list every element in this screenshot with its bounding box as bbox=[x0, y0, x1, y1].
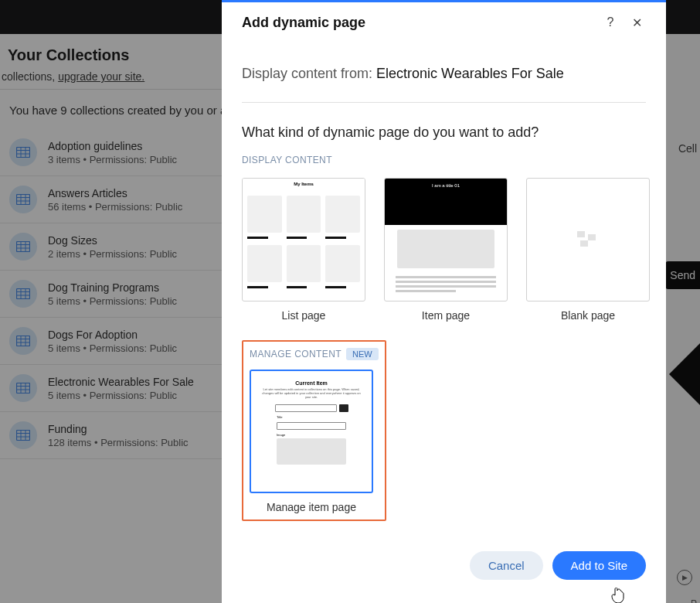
thumb-item-title: I am a title 01 bbox=[385, 179, 507, 225]
help-icon[interactable]: ? bbox=[601, 13, 620, 32]
item-page-thumbnail: I am a title 01 bbox=[384, 178, 508, 302]
thumb-manage-title-label: Title bbox=[277, 415, 346, 419]
template-manage-label: Manage item page bbox=[250, 501, 373, 513]
thumb-list-title: My Items bbox=[243, 179, 365, 192]
template-item-page[interactable]: I am a title 01 Item page bbox=[384, 178, 508, 322]
thumb-manage-image-label: Image bbox=[277, 433, 346, 437]
modal-body: Display content from: Electronic Wearabl… bbox=[222, 43, 666, 536]
svg-rect-37 bbox=[580, 240, 588, 247]
template-blank-label: Blank page bbox=[526, 309, 650, 322]
template-item-label: Item page bbox=[384, 309, 508, 322]
template-list-label: List page bbox=[242, 309, 365, 322]
add-to-site-button[interactable]: Add to Site bbox=[552, 551, 646, 580]
display-from-label: Display content from: bbox=[242, 66, 376, 81]
display-from-value: Electronic Wearables For Sale bbox=[376, 66, 564, 81]
blank-page-thumbnail bbox=[526, 178, 650, 302]
close-icon[interactable]: ✕ bbox=[627, 13, 646, 32]
modal-header: Add dynamic page ? ✕ bbox=[222, 2, 666, 43]
template-manage-item-page[interactable]: Current Item Let site members edit conte… bbox=[250, 370, 373, 513]
list-page-thumbnail: My Items bbox=[242, 178, 365, 302]
modal-footer: Cancel Add to Site bbox=[222, 536, 666, 603]
manage-item-thumbnail: Current Item Let site members edit conte… bbox=[250, 370, 373, 493]
new-badge: NEW bbox=[346, 348, 379, 360]
display-from-row: Display content from: Electronic Wearabl… bbox=[242, 50, 646, 103]
template-list-page[interactable]: My Items List page bbox=[242, 178, 365, 322]
thumb-manage-desc: Let site members edit content in collect… bbox=[259, 387, 364, 400]
cancel-button[interactable]: Cancel bbox=[470, 551, 543, 580]
add-dynamic-page-modal: Add dynamic page ? ✕ Display content fro… bbox=[222, 0, 666, 603]
svg-rect-35 bbox=[577, 231, 585, 237]
svg-rect-36 bbox=[588, 234, 596, 240]
modal-title: Add dynamic page bbox=[242, 15, 365, 31]
manage-content-highlight: MANAGE CONTENT NEW Current Item Let site… bbox=[242, 340, 386, 521]
manage-content-section-label: MANAGE CONTENT bbox=[250, 349, 342, 359]
thumb-manage-title: Current Item bbox=[259, 380, 364, 386]
display-content-section-label: DISPLAY CONTENT bbox=[242, 155, 646, 165]
question-text: What kind of dynamic page do you want to… bbox=[242, 103, 646, 155]
template-blank-page[interactable]: Blank page bbox=[526, 178, 650, 322]
display-template-grid: My Items List page I am a title 01 Item … bbox=[242, 178, 646, 322]
